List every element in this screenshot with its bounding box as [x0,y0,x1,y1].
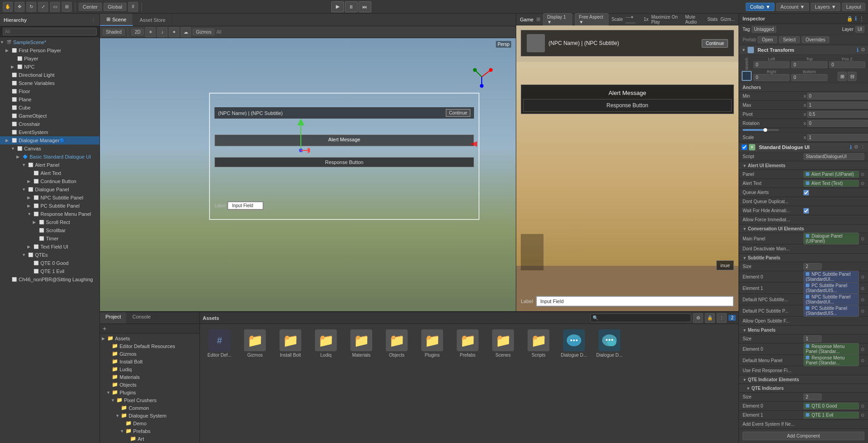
pause-button[interactable]: ⏸ [345,1,358,12]
dialogue-more-icon[interactable]: ⋮ [860,144,865,150]
project-item-4[interactable]: 📁Ludiq [100,365,200,373]
alert-text-link-icon[interactable]: ⊙ [861,181,864,186]
project-item-13[interactable]: 📁Art [100,435,200,443]
qte-elem1-link-icon[interactable]: ⊙ [861,413,864,418]
max-x-input[interactable] [807,102,868,109]
light-btn[interactable]: ☀ [145,27,155,37]
tab-project[interactable]: Project [100,312,127,324]
menu-elem0-link-icon[interactable]: ⊙ [861,347,864,352]
hierarchy-item-19[interactable]: ▶⬜NPC Subtitle Panel [0,194,100,202]
default-npc-link-icon[interactable]: ⊙ [861,297,864,302]
game-response-btn[interactable]: Response Button [523,99,732,112]
layer-value[interactable]: UI [855,26,864,33]
hierarchy-item-25[interactable]: ▶⬜Text Field UI [0,243,100,251]
dialogue-info-icon[interactable]: ℹ [850,144,852,150]
wait-for-hide-checkbox[interactable] [803,208,809,214]
project-item-5[interactable]: 📁Materials [100,373,200,381]
top-input[interactable] [791,61,827,68]
assets-settings-icon[interactable]: ⚙ [693,313,703,323]
asset-item-5[interactable]: 📁Objects [381,328,413,439]
project-item-2[interactable]: 📁Gizmos [100,350,200,358]
tab-console[interactable]: Console [127,312,156,324]
hierarchy-item-7[interactable]: ⬜Plane [0,95,100,104]
hierarchy-item-28[interactable]: ⬜QTE 1 Evil [0,267,100,275]
hierarchy-item-26[interactable]: ▼⬜QTEs [0,251,100,259]
rotate-tool[interactable]: ↻ [26,2,36,12]
hierarchy-item-13[interactable]: ▼⬜Canvas [0,144,100,153]
display-btn[interactable]: Display 1 ▼ [543,13,572,26]
rect-btn1[interactable]: ⊞ [838,72,847,81]
game-continue-bottom[interactable]: inue [716,260,734,270]
bottom-input[interactable] [791,74,827,81]
mute-btn[interactable]: Mute Audio [685,15,705,25]
account-button[interactable]: Account ▼ [776,3,809,11]
dialogue-gear-icon[interactable]: ⚙ [854,144,858,150]
elem0-link-icon[interactable]: ⊙ [861,274,864,279]
hierarchy-item-17[interactable]: ▶⬜Continue Button [0,177,100,185]
main-panel-value[interactable]: Dialogue Panel (UIPanel) [803,233,859,244]
layers-button[interactable]: Layers ▼ [811,3,840,11]
rect-info-icon[interactable]: ℹ [857,47,859,53]
default-npc-value[interactable]: NPC Subtitle Panel (StandardUI... [803,294,859,305]
scale-slider[interactable]: —●—— [625,14,641,25]
project-item-3[interactable]: 📁Install Bolt [100,358,200,365]
asset-item-1[interactable]: 📁Gizmos [239,328,271,439]
step-button[interactable]: ⏭ [359,1,371,12]
hierarchy-item-27[interactable]: ⬜QTE 0 Good [0,259,100,267]
stats-btn[interactable]: Stats [708,17,718,22]
default-menu-link-icon[interactable]: ⊙ [861,358,864,363]
default-menu-value[interactable]: Response Menu Panel (Standar... [803,354,859,366]
left-input[interactable] [753,61,789,68]
alert-toggle-icon[interactable]: ▼ [743,164,748,168]
project-item-9[interactable]: 📁Common [100,404,200,412]
hierarchy-item-22[interactable]: ▶⬜Scroll Rect [0,218,100,226]
prefab-select-btn[interactable]: Select [779,36,800,43]
alert-text-value[interactable]: Alert Text (Text) [803,180,859,187]
hierarchy-item-16[interactable]: ⬜Alert Text [0,169,100,177]
inspector-info-icon[interactable]: ℹ [855,15,857,22]
hierarchy-item-3[interactable]: ▶⬜NPC [0,63,100,71]
asset-item-11[interactable]: Dialogue D... [594,328,625,439]
gizmos-btn[interactable]: Gizmos [193,29,215,35]
tab-scene[interactable]: ⊞ Scene [100,14,133,26]
assets-search-input[interactable] [598,314,689,321]
hierarchy-item-23[interactable]: ⬜Scrollbar [0,226,100,234]
continue-button[interactable]: Continue [702,39,728,48]
prefab-open-btn[interactable]: Open [758,36,777,43]
default-pc-link-icon[interactable]: ⊙ [861,309,864,314]
rect-tool[interactable]: ▭ [50,2,60,12]
hierarchy-item-21[interactable]: ▼⬜Response Menu Panel [0,210,100,218]
qte-elem0-value[interactable]: QTE 0 Good [803,403,859,409]
hierarchy-item-4[interactable]: ⬜Directional Light [0,71,100,79]
hierarchy-item-18[interactable]: ▼⬜Dialogue Panel [0,185,100,194]
elem0-value[interactable]: NPC Subtitle Panel (StandardUI... [803,271,859,283]
qte-elem1-value[interactable]: QTE 1 Evil [803,412,859,418]
qte-toggle-icon[interactable]: ▼ [743,378,748,382]
space-btn[interactable]: Global [104,3,126,11]
min-x-input[interactable] [807,93,868,100]
elem1-link-icon[interactable]: ⊙ [861,286,864,291]
fx-btn[interactable]: ✦ [169,27,179,37]
maximize-btn[interactable]: Maximize On Play [651,15,683,25]
project-item-8[interactable]: ▼📁Pixel Crushers [100,396,200,404]
transform-tool[interactable]: ⊞ [62,2,72,12]
project-item-11[interactable]: 📁Demo [100,419,200,427]
dialogue-ui-checkbox[interactable] [742,144,747,150]
rect-gear-icon[interactable]: ⚙ [861,47,865,53]
asset-item-0[interactable]: #Editor Def... [204,328,235,439]
add-btn[interactable]: + [103,325,106,332]
project-item-12[interactable]: ▼📁Prefabs [100,427,200,435]
asset-item-2[interactable]: 📁Install Bolt [274,328,306,439]
hierarchy-search-input[interactable] [3,28,97,35]
hand-tool[interactable]: ✋ [3,2,13,12]
rect-btn2[interactable]: ⊟ [848,72,857,81]
project-item-0[interactable]: ▶📁Assets [100,334,200,342]
play-button[interactable]: ▶ [331,1,344,12]
queue-alerts-checkbox[interactable] [803,190,809,195]
qte-elem0-link-icon[interactable]: ⊙ [861,403,864,408]
scale-tool[interactable]: ⤢ [38,2,48,12]
collab-button[interactable]: Collab ▼ [746,3,774,11]
tag-value[interactable]: Untagged [752,26,776,33]
pivot-btn[interactable]: Center [79,3,102,11]
asset-item-4[interactable]: 📁Materials [345,328,377,439]
